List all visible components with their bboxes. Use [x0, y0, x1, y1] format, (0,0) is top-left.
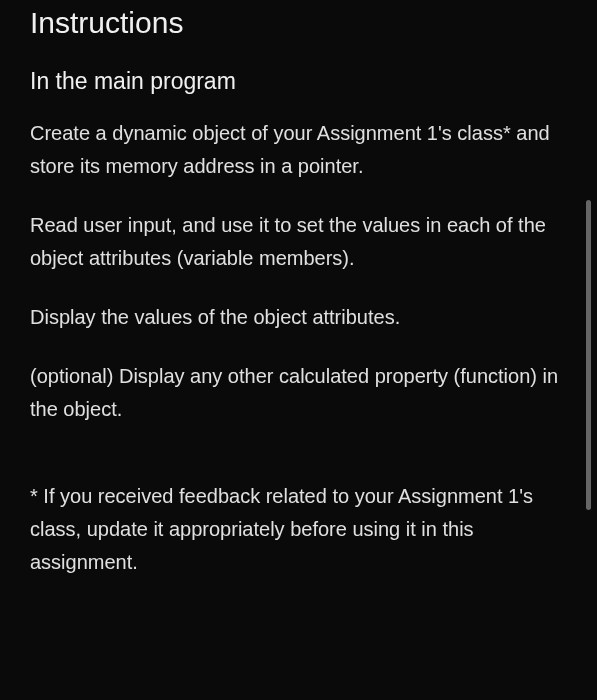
- instruction-paragraph: Display the values of the object attribu…: [30, 301, 567, 334]
- scrollbar-thumb[interactable]: [586, 200, 591, 510]
- instruction-paragraph: (optional) Display any other calculated …: [30, 360, 567, 426]
- page-title: Instructions: [30, 0, 567, 40]
- footnote-paragraph: * If you received feedback related to yo…: [30, 480, 567, 579]
- document-content: Instructions In the main program Create …: [0, 0, 597, 700]
- instruction-paragraph: Read user input, and use it to set the v…: [30, 209, 567, 275]
- instruction-paragraph: Create a dynamic object of your Assignme…: [30, 117, 567, 183]
- section-heading: In the main program: [30, 68, 567, 95]
